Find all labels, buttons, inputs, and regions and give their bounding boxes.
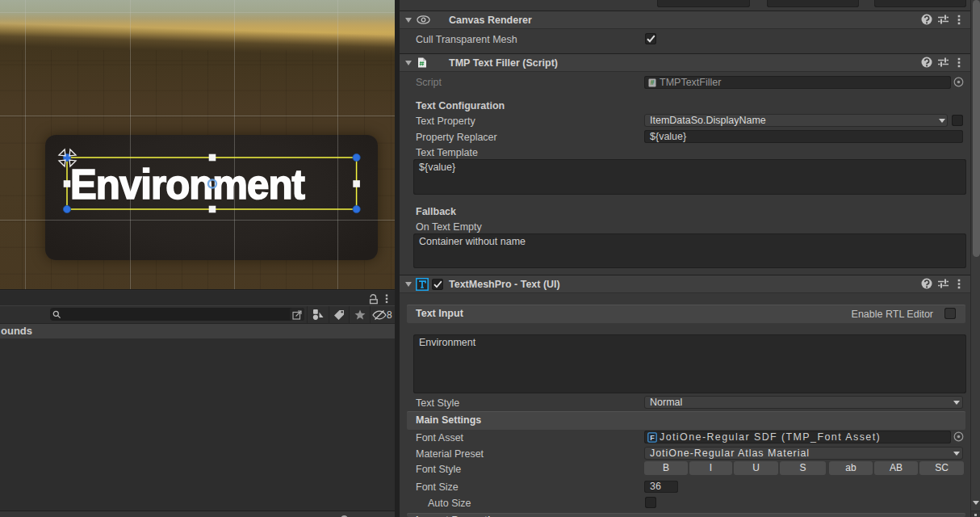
svg-text:F: F — [650, 434, 655, 442]
svg-text:#: # — [651, 78, 655, 86]
